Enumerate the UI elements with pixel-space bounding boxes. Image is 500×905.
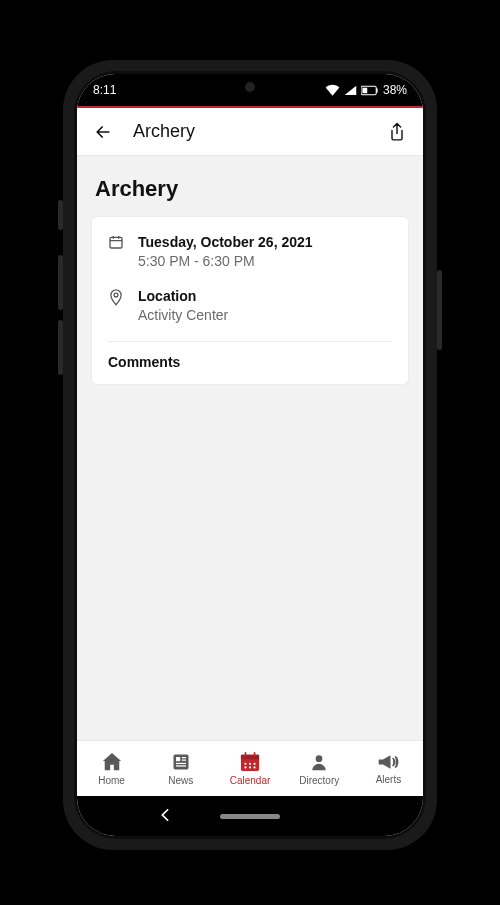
event-card: Tuesday, October 26, 2021 5:30 PM - 6:30…	[91, 216, 409, 385]
tab-directory[interactable]: Directory	[285, 741, 354, 796]
svg-point-17	[253, 762, 255, 764]
wifi-icon	[325, 84, 340, 96]
battery-icon	[361, 85, 379, 96]
divider	[108, 341, 392, 342]
svg-rect-9	[176, 762, 186, 763]
svg-rect-5	[173, 754, 188, 769]
status-time: 8:11	[93, 83, 116, 97]
svg-rect-10	[176, 765, 186, 766]
svg-rect-3	[110, 237, 122, 248]
svg-rect-7	[182, 757, 186, 758]
calendar-icon	[108, 234, 126, 271]
side-button	[58, 320, 63, 375]
svg-point-4	[114, 293, 118, 297]
tab-label: News	[168, 775, 193, 786]
location-heading: Location	[138, 287, 392, 306]
event-date: Tuesday, October 26, 2021	[138, 233, 392, 252]
svg-point-21	[316, 755, 323, 762]
share-button[interactable]	[383, 122, 411, 142]
back-button[interactable]	[89, 122, 117, 142]
app-header: Archery	[77, 108, 423, 156]
share-icon	[388, 122, 406, 142]
tab-label: Directory	[299, 775, 339, 786]
location-row: Location Activity Center	[108, 287, 392, 325]
tab-label: Alerts	[376, 774, 402, 785]
svg-point-20	[253, 766, 255, 768]
side-button	[58, 255, 63, 310]
side-button	[58, 200, 63, 230]
header-title: Archery	[133, 121, 383, 142]
svg-rect-8	[182, 759, 186, 760]
tab-alerts[interactable]: Alerts	[354, 741, 423, 796]
side-button	[437, 270, 442, 350]
signal-icon	[344, 84, 357, 96]
svg-point-16	[249, 762, 251, 764]
event-time: 5:30 PM - 6:30 PM	[138, 252, 392, 271]
svg-rect-12	[241, 754, 259, 759]
front-camera	[245, 82, 255, 92]
svg-rect-6	[176, 757, 180, 761]
arrow-left-icon	[93, 122, 113, 142]
comments-heading: Comments	[108, 354, 392, 370]
battery-percentage: 38%	[383, 83, 407, 97]
svg-rect-1	[376, 88, 377, 92]
page-title: Archery	[91, 176, 409, 202]
person-icon	[309, 752, 329, 772]
home-icon	[101, 752, 123, 772]
date-row: Tuesday, October 26, 2021 5:30 PM - 6:30…	[108, 233, 392, 271]
content: Archery Tuesday, October 26, 2021 5:30 P…	[77, 156, 423, 740]
tab-label: Calendar	[230, 775, 271, 786]
megaphone-icon	[377, 753, 399, 771]
tab-label: Home	[98, 775, 125, 786]
location-value: Activity Center	[138, 306, 392, 325]
svg-rect-14	[254, 752, 256, 757]
svg-point-19	[249, 766, 251, 768]
tab-home[interactable]: Home	[77, 741, 146, 796]
screen: 8:11 38% Archery	[77, 74, 423, 836]
news-icon	[171, 752, 191, 772]
svg-rect-2	[362, 87, 367, 93]
location-icon	[108, 288, 126, 325]
phone-frame: 8:11 38% Archery	[63, 60, 437, 850]
calendar-icon	[239, 752, 261, 772]
svg-point-18	[244, 766, 246, 768]
status-right: 38%	[325, 83, 407, 97]
nav-back-icon[interactable]	[160, 808, 170, 825]
nav-home-pill[interactable]	[220, 814, 280, 819]
android-nav	[77, 796, 423, 836]
phone-bezel: 8:11 38% Archery	[74, 71, 426, 839]
bottom-nav: Home News Calendar Directory Alerts	[77, 740, 423, 796]
tab-news[interactable]: News	[146, 741, 215, 796]
svg-rect-13	[245, 752, 247, 757]
svg-point-15	[244, 762, 246, 764]
tab-calendar[interactable]: Calendar	[215, 741, 284, 796]
